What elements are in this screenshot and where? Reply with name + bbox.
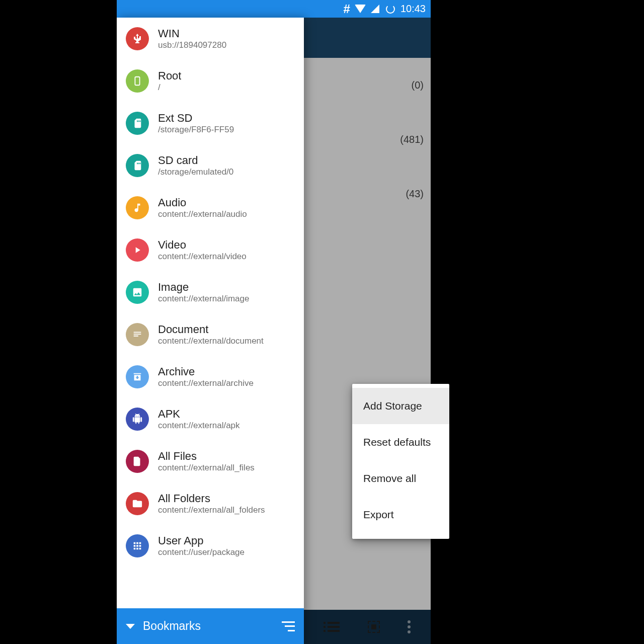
drawer-item-title: APK [158, 408, 240, 421]
usb-icon [126, 27, 149, 50]
drawer-item-text: Imagecontent://external/image [158, 281, 249, 304]
drawer-item-audio[interactable]: Audiocontent://external/audio [117, 187, 304, 229]
signal-icon [370, 4, 380, 14]
drawer-item-user-app[interactable]: User Appcontent://user/package [117, 525, 304, 567]
drawer-item-text: Root/ [158, 69, 181, 93]
apps-icon [126, 534, 149, 557]
drawer-item-text: Audiocontent://external/audio [158, 196, 247, 219]
drawer-item-text: Ext SD/storage/F8F6-FF59 [158, 112, 234, 135]
drawer-item-title: Archive [158, 365, 254, 378]
context-menu: Add StorageReset defaultsRemove allExpor… [352, 384, 449, 539]
drawer-item-subtitle: content://external/document [158, 336, 264, 346]
drawer-item-title: User App [158, 534, 245, 547]
archive-icon [126, 365, 149, 388]
drawer-item-title: Document [158, 323, 264, 336]
menu-item-add-storage[interactable]: Add Storage [352, 388, 449, 424]
drawer-item-subtitle: content://external/video [158, 252, 247, 262]
phone-icon [126, 69, 149, 93]
drawer-item-win[interactable]: WINusb://1894097280 [117, 18, 304, 60]
menu-item-remove-all[interactable]: Remove all [352, 460, 449, 497]
drawer-item-all-files[interactable]: All Filescontent://external/all_files [117, 440, 304, 482]
play-icon [126, 238, 149, 262]
file-icon [126, 450, 149, 473]
drawer-item-subtitle: content://external/all_files [158, 463, 255, 473]
drawer-item-root[interactable]: Root/ [117, 60, 304, 102]
drawer-item-title: All Files [158, 450, 255, 463]
drawer-item-subtitle: content://external/archive [158, 378, 254, 388]
drawer-item-subtitle: /storage/emulated/0 [158, 167, 233, 177]
drawer-item-subtitle: / [158, 83, 181, 93]
drawer-section-title: Bookmarks [143, 619, 274, 633]
spinner-icon [385, 4, 395, 14]
drawer-item-text: All Folderscontent://external/all_folder… [158, 492, 265, 515]
drawer-item-title: Root [158, 69, 181, 83]
phone-frame: # 10:43 (0) (481) (43) WINusb://18940972… [117, 0, 431, 644]
doc-icon [126, 323, 149, 346]
drawer-item-subtitle: content://external/apk [158, 421, 240, 431]
android-icon [126, 408, 149, 431]
folder-icon [126, 492, 149, 515]
drawer-item-all-folders[interactable]: All Folderscontent://external/all_folder… [117, 482, 304, 525]
drawer-item-video[interactable]: Videocontent://external/video [117, 229, 304, 271]
drawer-item-text: Documentcontent://external/document [158, 323, 264, 346]
drawer-item-title: Video [158, 238, 247, 252]
drawer-item-title: SD card [158, 154, 233, 167]
drawer-item-document[interactable]: Documentcontent://external/document [117, 313, 304, 356]
drawer-item-text: SD card/storage/emulated/0 [158, 154, 233, 177]
status-clock: 10:43 [400, 3, 426, 15]
drawer-item-subtitle: /storage/F8F6-FF59 [158, 125, 234, 135]
drawer-item-apk[interactable]: APKcontent://external/apk [117, 398, 304, 440]
drawer-item-subtitle: content://external/all_folders [158, 505, 265, 515]
drawer-item-ext-sd[interactable]: Ext SD/storage/F8F6-FF59 [117, 102, 304, 144]
drawer-item-title: Image [158, 281, 249, 294]
image-icon [126, 281, 149, 304]
drawer-item-title: Audio [158, 196, 247, 209]
menu-item-export[interactable]: Export [352, 497, 449, 533]
drawer-item-image[interactable]: Imagecontent://external/image [117, 271, 304, 313]
dropdown-triangle-icon [126, 624, 135, 629]
drawer-item-text: User Appcontent://user/package [158, 534, 245, 557]
drawer-item-sd-card[interactable]: SD card/storage/emulated/0 [117, 144, 304, 187]
drawer-bottom-bar[interactable]: Bookmarks [117, 608, 304, 644]
status-bar: # 10:43 [117, 0, 431, 18]
sd-icon [126, 112, 149, 135]
drawer-item-text: WINusb://1894097280 [158, 27, 226, 50]
drawer-item-subtitle: content://external/image [158, 294, 249, 304]
drawer-item-title: Ext SD [158, 112, 234, 125]
sd-icon [126, 154, 149, 177]
drawer-item-subtitle: content://external/audio [158, 209, 247, 219]
drawer-item-subtitle: content://user/package [158, 547, 245, 557]
wifi-icon [355, 4, 365, 14]
drawer-list[interactable]: WINusb://1894097280Root/Ext SD/storage/F… [117, 18, 304, 608]
navigation-drawer: WINusb://1894097280Root/Ext SD/storage/F… [117, 18, 304, 644]
drawer-item-text: Videocontent://external/video [158, 238, 247, 262]
drawer-item-title: WIN [158, 27, 226, 40]
drawer-item-title: All Folders [158, 492, 265, 505]
drawer-item-subtitle: usb://1894097280 [158, 40, 226, 50]
sort-icon[interactable] [282, 621, 295, 631]
hash-icon: # [344, 2, 350, 16]
menu-item-reset-defaults[interactable]: Reset defaults [352, 424, 449, 460]
drawer-item-text: Archivecontent://external/archive [158, 365, 254, 388]
drawer-item-text: APKcontent://external/apk [158, 408, 240, 431]
drawer-item-text: All Filescontent://external/all_files [158, 450, 255, 473]
drawer-item-archive[interactable]: Archivecontent://external/archive [117, 356, 304, 398]
note-icon [126, 196, 149, 219]
